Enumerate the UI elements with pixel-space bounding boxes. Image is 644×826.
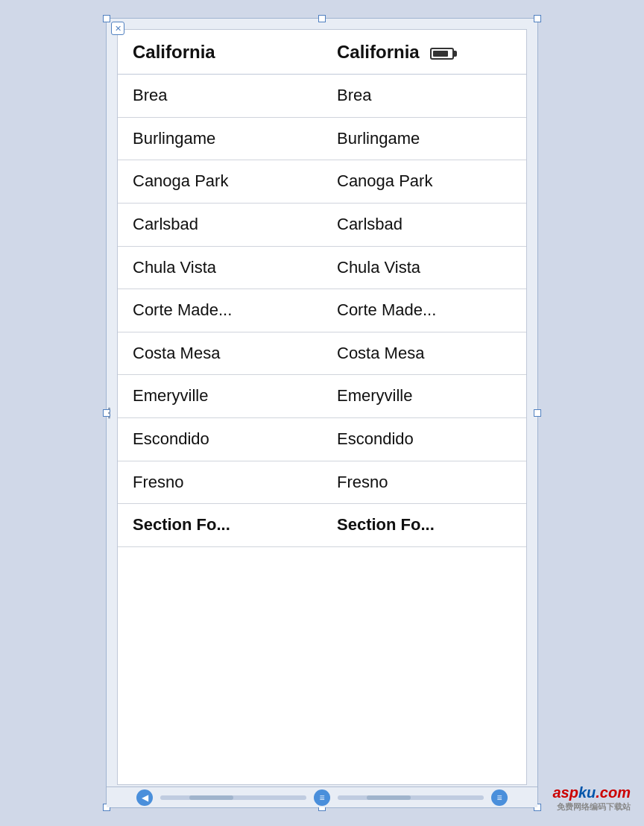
- watermark-sub: 免费网络编码下载站: [553, 801, 631, 813]
- scroll-right-button[interactable]: ≡: [491, 789, 508, 806]
- list-item[interactable]: Corte Made...: [118, 289, 322, 332]
- list-item[interactable]: Chula Vista: [118, 247, 322, 290]
- list-item[interactable]: Costa Mesa: [322, 332, 526, 376]
- list-item[interactable]: Burlingame: [118, 118, 322, 161]
- list-item[interactable]: Emeryville: [322, 375, 526, 418]
- header-california-right: California: [322, 30, 526, 75]
- data-table: California California BreaBreaBurlinga: [118, 30, 526, 547]
- drag-dot: [108, 408, 110, 410]
- table-row: Section Fo...Section Fo...: [118, 504, 526, 547]
- scroll-thumb-right: [367, 795, 411, 800]
- watermark-asp: asp: [553, 784, 578, 801]
- table-row: EscondidoEscondido: [118, 418, 526, 461]
- list-item[interactable]: Fresno: [322, 461, 526, 505]
- list-item[interactable]: Canoga Park: [118, 160, 322, 204]
- table-row: CarlsbadCarlsbad: [118, 204, 526, 247]
- table-container: ✕ California: [106, 18, 538, 808]
- header-cell-right: California: [322, 30, 526, 75]
- scroll-left-button[interactable]: ◀: [136, 789, 153, 806]
- drag-dot: [108, 417, 110, 419]
- header-text-left: California: [133, 42, 215, 62]
- scroll-center-button[interactable]: ≡: [314, 789, 330, 806]
- resize-handle-mr[interactable]: [534, 409, 541, 417]
- list-item[interactable]: Carlsbad: [322, 204, 526, 247]
- list-item[interactable]: Brea: [118, 75, 322, 118]
- watermark-ku: ku: [578, 784, 596, 801]
- list-item[interactable]: Burlingame: [322, 118, 526, 161]
- list-item[interactable]: Emeryville: [118, 375, 322, 418]
- table-row: BreaBrea: [118, 75, 526, 118]
- list-item[interactable]: Carlsbad: [118, 204, 322, 247]
- table-row: Chula VistaChula Vista: [118, 247, 526, 290]
- battery-icon: [430, 48, 454, 60]
- list-item[interactable]: Corte Made...: [322, 289, 526, 332]
- watermark-com: .com: [596, 784, 631, 801]
- battery-fill: [433, 51, 448, 57]
- list-item[interactable]: Section Fo...: [322, 504, 526, 547]
- drag-dot: [108, 412, 110, 414]
- table-wrapper: California California BreaBreaBurlinga: [117, 29, 527, 785]
- resize-handle-tm[interactable]: [318, 15, 326, 22]
- table-row: Canoga ParkCanoga Park: [118, 160, 526, 204]
- list-item[interactable]: Costa Mesa: [118, 332, 322, 376]
- bottom-scroll-bar: ◀ ≡ ≡: [107, 786, 537, 807]
- left-drag-handle[interactable]: [108, 408, 110, 419]
- table-row: BurlingameBurlingame: [118, 118, 526, 161]
- scroll-thumb-left: [189, 795, 233, 800]
- resize-handle-tl[interactable]: [103, 15, 110, 22]
- list-item[interactable]: Escondido: [322, 418, 526, 461]
- scroll-track-right[interactable]: [338, 795, 484, 800]
- resize-handle-tr[interactable]: [534, 15, 541, 22]
- header-row: California California: [118, 30, 526, 75]
- header-text-right: California: [337, 42, 420, 62]
- list-item[interactable]: Canoga Park: [322, 160, 526, 204]
- table-row: Costa MesaCosta Mesa: [118, 332, 526, 376]
- list-item[interactable]: Chula Vista: [322, 247, 526, 290]
- list-item[interactable]: Section Fo...: [118, 504, 322, 547]
- header-cell-left: California: [118, 30, 322, 75]
- close-button[interactable]: ✕: [111, 22, 124, 35]
- table-row: FresnoFresno: [118, 461, 526, 505]
- table-row: Corte Made...Corte Made...: [118, 289, 526, 332]
- list-item[interactable]: Fresno: [118, 461, 322, 505]
- list-item[interactable]: Brea: [322, 75, 526, 118]
- header-california-left: California: [118, 30, 322, 75]
- scroll-track-left[interactable]: [160, 795, 306, 800]
- table-row: EmeryvilleEmeryville: [118, 375, 526, 418]
- list-item[interactable]: Escondido: [118, 418, 322, 461]
